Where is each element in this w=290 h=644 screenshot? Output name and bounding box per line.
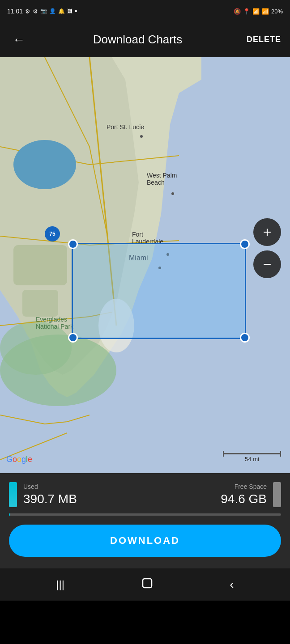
zoom-controls: + −	[253, 218, 281, 278]
google-logo: Google	[6, 455, 32, 464]
free-label: Free Space	[221, 483, 267, 490]
status-right: 🔕 📍 📶 📶 20%	[234, 8, 283, 15]
zoom-in-button[interactable]: +	[253, 218, 281, 246]
storage-row: Used 390.7 MB Free Space 94.6 GB	[9, 482, 281, 507]
scale-label: 54 mi	[245, 456, 259, 462]
map-svg	[0, 57, 290, 473]
storage-used: Used 390.7 MB	[9, 482, 77, 507]
used-label: Used	[23, 483, 77, 490]
camera-icon: 📷	[40, 8, 47, 14]
storage-free: Free Space 94.6 GB	[221, 482, 281, 507]
signal-icon: 📶	[262, 8, 269, 15]
header: ← Download Charts DELETE	[0, 22, 290, 57]
image-icon: 🖼	[67, 8, 72, 14]
recents-button[interactable]: |||	[47, 574, 73, 595]
settings2-icon: ⚙	[33, 8, 38, 15]
progress-fill	[9, 513, 10, 516]
bottom-nav: ||| ‹	[0, 568, 290, 601]
person2-icon: 🔔	[58, 8, 65, 14]
storage-progress-bar	[9, 513, 281, 516]
map-container[interactable]: Port St. Lucie West PalmBeach FortLauder…	[0, 57, 290, 473]
free-icon	[273, 482, 281, 507]
storage-info-used: Used 390.7 MB	[23, 483, 77, 506]
interstate-badge: 75	[45, 226, 60, 242]
status-bar: 11:01 ⚙ ⚙ 📷 👤 🔔 🖼 • 🔕 📍 📶 📶 20%	[0, 0, 290, 22]
wifi-icon: 📶	[252, 8, 260, 15]
svg-point-5	[13, 140, 76, 189]
svg-rect-6	[13, 245, 67, 285]
dot-icon: •	[75, 7, 77, 15]
storage-info-free: Free Space 94.6 GB	[221, 483, 267, 506]
svg-point-8	[98, 299, 134, 352]
page-title: Download Charts	[93, 33, 182, 47]
back-button[interactable]: ←	[9, 29, 29, 51]
svg-point-4	[0, 321, 72, 375]
scale-line	[223, 453, 281, 454]
home-button[interactable]	[132, 572, 162, 597]
zoom-out-button[interactable]: −	[253, 250, 281, 278]
svg-rect-7	[22, 290, 58, 317]
used-value: 390.7 MB	[23, 492, 77, 506]
location-icon: 📍	[243, 8, 250, 15]
person-icon: 👤	[49, 8, 56, 14]
battery-display: 20%	[271, 8, 283, 15]
scale-bar: 54 mi	[223, 453, 281, 462]
settings-icon: ⚙	[25, 8, 30, 15]
delete-button[interactable]: DELETE	[247, 35, 281, 44]
download-button[interactable]: DOWNLOAD	[9, 525, 281, 557]
status-left: 11:01 ⚙ ⚙ 📷 👤 🔔 🖼 •	[7, 7, 77, 15]
back-nav-button[interactable]: ‹	[221, 573, 243, 596]
used-icon	[9, 482, 17, 507]
plus-icon: +	[263, 225, 272, 239]
mute-icon: 🔕	[234, 8, 241, 15]
svg-rect-9	[143, 579, 152, 588]
time-display: 11:01	[7, 8, 23, 15]
free-value: 94.6 GB	[221, 492, 267, 506]
minus-icon: −	[263, 257, 272, 271]
bottom-panel: Used 390.7 MB Free Space 94.6 GB DOWNLOA…	[0, 473, 290, 568]
